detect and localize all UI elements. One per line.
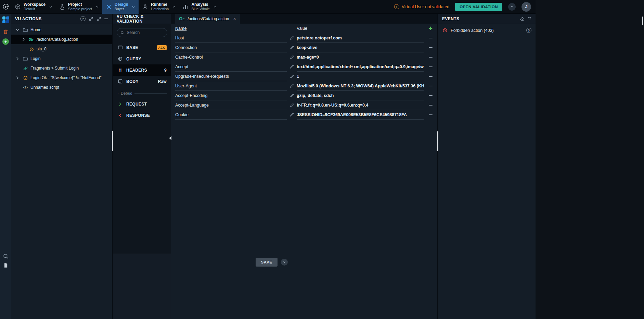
chevron-down-icon (510, 5, 514, 9)
search-box[interactable] (117, 28, 167, 37)
events-panel: EVENTS Forbidden action (403) ? (438, 14, 536, 319)
remove-header-button[interactable] (424, 57, 437, 58)
edit-icon[interactable] (287, 103, 297, 108)
menu-item-query[interactable]: QUERY (113, 53, 171, 64)
chevron-right-icon[interactable] (15, 75, 20, 80)
event-help-icon[interactable]: ? (526, 28, 531, 33)
left-icon-rail: + (0, 14, 11, 319)
tree-item-login[interactable]: Login (11, 54, 112, 63)
warning-text: Virtual User not validated (402, 4, 449, 9)
tab-catalog-action[interactable]: Ge /actions/Catalog.action × (175, 14, 240, 24)
minimize-icon[interactable] (104, 19, 108, 19)
panel-title: VU CHECK & VALIDATION (117, 14, 167, 24)
panel-title: EVENTS (442, 16, 459, 21)
user-menu-chevron-button[interactable] (508, 3, 516, 11)
table-row: User-Agent Mozilla/5.0 (Windows NT 6.3; … (175, 81, 437, 91)
body-icon (118, 79, 123, 84)
search-icon[interactable] (3, 253, 9, 259)
whale-logo-icon (2, 3, 10, 11)
table-row: Accept-Language fr-FR,fr;q=0.8,en-US;q=0… (175, 100, 437, 110)
filter-icon[interactable] (527, 16, 532, 21)
tree-item-home[interactable]: Home (11, 25, 112, 35)
edit-icon[interactable] (287, 45, 297, 50)
menu-item-headers[interactable]: H HEADERS 9 (113, 64, 171, 76)
empty-area (536, 0, 644, 319)
header-value: max-age=0 (297, 52, 424, 62)
event-item-forbidden[interactable]: Forbidden action (403) ? (438, 24, 536, 37)
tree-item-label: Login Ok - "${welcome}" != "NotFound" (30, 75, 101, 80)
expand-all-icon[interactable] (96, 16, 101, 21)
avatar[interactable]: J (521, 2, 531, 12)
chevron-right-icon[interactable] (15, 56, 20, 61)
menu-item-body[interactable]: BODY Raw (113, 76, 171, 87)
add-action-button[interactable]: + (2, 38, 9, 45)
menu-analysis[interactable]: AnalysisBlue Whale (179, 0, 220, 14)
column-header-name: Name (175, 26, 287, 31)
chevron-down-icon[interactable] (15, 27, 20, 32)
menu-runtime[interactable]: RuntimeHatchetfish (139, 0, 179, 14)
sla-gauge-icon (29, 47, 34, 52)
main-menu: WorkspaceDefault ProjectSample project D… (11, 0, 220, 14)
remove-header-button[interactable] (424, 38, 437, 38)
tree-item-label: Login (30, 56, 40, 61)
vu-check-header: VU CHECK & VALIDATION (113, 14, 171, 24)
table-row: Cookie JSESSIONID=9CF369AE008E53B5E8F6CE… (175, 110, 437, 120)
app-grid-icon[interactable] (2, 16, 9, 23)
save-options-button[interactable] (281, 259, 288, 266)
open-validation-button[interactable]: OPEN VALIDATION (455, 3, 502, 11)
debug-response[interactable]: RESPONSE (113, 110, 171, 121)
header-name: Cookie (175, 110, 287, 120)
edit-icon[interactable] (287, 55, 297, 60)
debug-request[interactable]: REQUEST (113, 98, 171, 110)
remove-header-button[interactable] (424, 95, 437, 96)
clear-events-icon[interactable] (519, 16, 524, 21)
header-value: fr-FR,fr;q=0.8,en-US;q=0.6,en;q=0.4 (297, 100, 424, 110)
panel-resize-handle[interactable] (437, 131, 438, 151)
remove-header-button[interactable] (424, 76, 437, 77)
save-button[interactable]: SAVE (256, 258, 278, 267)
close-icon[interactable]: × (233, 16, 236, 21)
edit-icon[interactable] (287, 36, 297, 40)
remove-header-button[interactable] (424, 114, 437, 115)
tree-item-catalog-action[interactable]: Ge /actions/Catalog.action (11, 35, 112, 44)
menu-workspace[interactable]: WorkspaceDefault (11, 0, 56, 14)
tree-item-login-ok-check[interactable]: Login Ok - "${welcome}" != "NotFound" (11, 73, 112, 83)
header-name: Accept-Encoding (175, 91, 287, 100)
tree-item-fragments-submit-login[interactable]: Fragments > Submit Login (11, 63, 112, 73)
remove-header-button[interactable] (424, 86, 437, 86)
globe-icon (118, 56, 123, 61)
collapse-panel-handle[interactable] (169, 136, 171, 140)
help-icon[interactable]: ? (80, 16, 86, 21)
headers-table: Name Value + Host petstore.octoperf.com (171, 24, 437, 120)
chevron-right-icon[interactable] (21, 37, 26, 42)
collapse-all-icon[interactable] (89, 16, 93, 21)
forbidden-icon (442, 28, 448, 33)
table-row: Cache-Control max-age=0 (175, 52, 437, 62)
page-scrollbar[interactable] (642, 16, 643, 25)
edit-icon[interactable] (287, 74, 297, 79)
remove-header-button[interactable] (424, 66, 437, 67)
edit-icon[interactable] (287, 64, 297, 69)
tree-item-unnamed-script[interactable]: </> Unnamed script (11, 83, 112, 92)
search-input[interactable] (127, 30, 164, 35)
edit-icon[interactable] (287, 84, 297, 88)
chevron-down-icon (49, 5, 52, 9)
vu-actions-panel: VU ACTIONS ? Home Ge /actions/Cat (11, 14, 112, 319)
tree-item-sla-0[interactable]: sla_0 (11, 44, 112, 54)
chevron-down-icon (172, 5, 176, 9)
validation-warning: ! Virtual User not validated (394, 4, 449, 9)
octoperf-logo[interactable] (0, 0, 11, 14)
app-window: WorkspaceDefault ProjectSample project D… (0, 0, 536, 319)
menu-item-base[interactable]: BASE ACC (113, 42, 171, 53)
document-icon[interactable] (3, 262, 9, 268)
menu-project[interactable]: ProjectSample project (56, 0, 102, 14)
table-row: Accept-Encoding gzip, deflate, sdch (175, 91, 437, 100)
menu-design[interactable]: DesignBuyer (102, 0, 139, 14)
trash-icon[interactable] (3, 29, 9, 35)
remove-header-button[interactable] (424, 47, 437, 48)
edit-icon[interactable] (287, 93, 297, 98)
header-value: keep-alive (297, 43, 424, 52)
edit-icon[interactable] (287, 112, 297, 117)
add-header-button[interactable]: + (428, 25, 433, 32)
remove-header-button[interactable] (424, 105, 437, 106)
